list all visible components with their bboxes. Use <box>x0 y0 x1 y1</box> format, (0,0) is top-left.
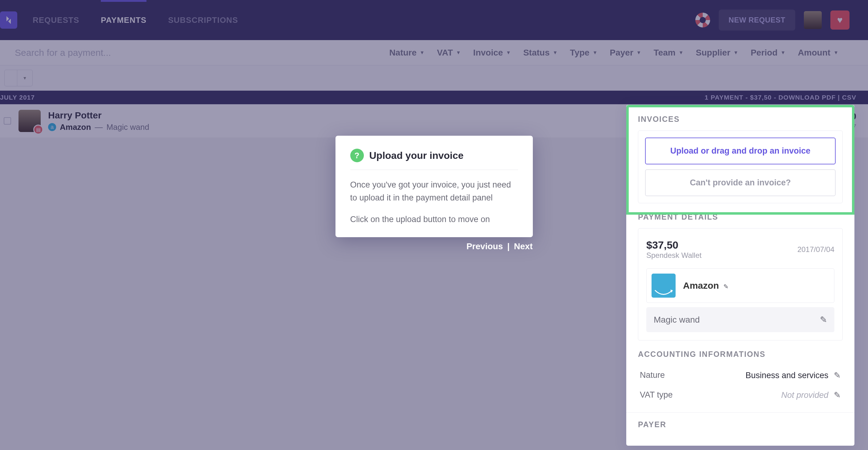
payment-details-card: $37,50 Spendesk Wallet 2017/07/04 Amazon… <box>638 228 843 340</box>
payer-heading: PAYER <box>638 420 843 429</box>
invoices-heading: INVOICES <box>638 115 843 124</box>
detail-vendor: Amazon <box>683 280 719 291</box>
tour-nav: Previous | Next <box>467 241 533 251</box>
edit-nature-icon[interactable] <box>834 371 841 380</box>
accounting-nature-row: Nature Business and services <box>638 365 843 385</box>
tour-nav-separator: | <box>507 241 510 251</box>
tour-previous-button[interactable]: Previous <box>467 241 503 251</box>
payment-details-heading: PAYMENT DETAILS <box>638 212 843 221</box>
nature-label: Nature <box>640 370 665 380</box>
question-icon: ? <box>350 149 364 162</box>
edit-vendor-icon[interactable] <box>723 283 728 290</box>
invoices-card: Upload or drag and drop an invoice Can't… <box>638 130 843 203</box>
detail-date: 2017/07/04 <box>797 245 834 254</box>
vat-label: VAT type <box>640 390 673 400</box>
description-text: Magic wand <box>654 315 700 325</box>
edit-description-icon[interactable] <box>820 314 827 325</box>
vendor-logo-icon <box>652 274 676 298</box>
wallet-label: Spendesk Wallet <box>646 251 702 260</box>
tour-next-button[interactable]: Next <box>514 241 533 251</box>
tour-popover: ? Upload your invoice Once you've got yo… <box>336 136 533 237</box>
cant-provide-button[interactable]: Can't provide an invoice? <box>645 169 836 196</box>
vat-value: Not provided <box>781 390 828 400</box>
tour-body-1: Once you've got your invoice, you just n… <box>350 179 518 205</box>
description-field[interactable]: Magic wand <box>646 307 834 332</box>
payment-detail-panel: INVOICES Upload or drag and drop an invo… <box>626 105 855 446</box>
tour-title: Upload your invoice <box>369 150 464 161</box>
accounting-vat-row: VAT type Not provided <box>638 385 843 405</box>
tour-body-2: Click on the upload button to move on <box>350 213 518 226</box>
upload-invoice-button[interactable]: Upload or drag and drop an invoice <box>645 138 836 164</box>
edit-vat-icon[interactable] <box>834 390 841 400</box>
detail-amount: $37,50 <box>646 239 702 251</box>
nature-value: Business and services <box>746 371 829 380</box>
vendor-block: Amazon <box>646 268 834 303</box>
accounting-heading: ACCOUNTING INFORMATIONS <box>638 350 843 359</box>
